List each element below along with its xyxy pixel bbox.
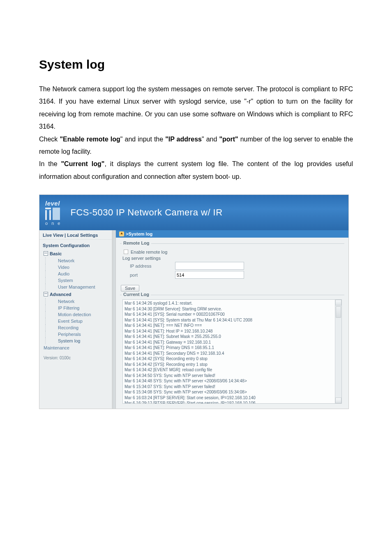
paragraph-1: The Network camera support log the syste… [39, 83, 353, 133]
embedded-screenshot: level o n e FCS-5030 IP Network Camera w… [39, 194, 349, 409]
body-text: The Network camera support log the syste… [39, 83, 353, 183]
app-header: level o n e FCS-5030 IP Network Camera w… [39, 195, 348, 230]
scroll-thumb[interactable] [336, 306, 341, 318]
sidebar: Live View | Local Settings System Config… [39, 230, 113, 409]
sidebar-item-system-log[interactable]: System log [45, 338, 112, 344]
sidebar-item-video[interactable]: Video [45, 264, 112, 271]
log-scrollbar[interactable] [335, 300, 341, 403]
scroll-down-icon[interactable] [335, 398, 341, 403]
enable-remote-checkbox[interactable] [124, 250, 129, 254]
sidebar-item-recording[interactable]: Recording [45, 324, 112, 331]
breadcrumb-text: >System log [126, 231, 152, 236]
page-title: System log [39, 58, 353, 72]
sidebar-item-event-setup[interactable]: Event Setup [45, 318, 112, 324]
content-area: >System log Remote Log Enable remote log… [116, 230, 348, 409]
sidebar-item-ip-filtering[interactable]: IP Filtering [45, 305, 112, 311]
sidebar-item-maintenance[interactable]: Maintenance [39, 344, 112, 352]
brand-logo: level o n e [45, 200, 61, 226]
live-view-link[interactable]: Live View | Local Settings [39, 230, 112, 240]
collapse-icon[interactable] [44, 292, 48, 296]
splitter-handle[interactable] [113, 230, 116, 409]
remote-log-fieldset: Remote Log Enable remote log Log server … [120, 243, 344, 282]
sidebar-item-system[interactable]: System [45, 277, 112, 284]
sidebar-item-adv-network[interactable]: Network [45, 298, 112, 305]
save-button[interactable]: Save [121, 285, 139, 291]
app-title: FCS-5030 IP Network Camera w/ IR [70, 207, 222, 218]
brand-icon [45, 208, 60, 220]
up-icon[interactable] [119, 231, 124, 236]
scroll-up-icon[interactable] [335, 300, 341, 305]
ip-address-input[interactable] [175, 262, 244, 270]
breadcrumb: >System log [116, 230, 348, 238]
current-log-legend: Current Log [122, 292, 151, 297]
sidebar-item-audio[interactable]: Audio [45, 271, 112, 277]
brand-bottom: o n e [45, 221, 61, 226]
sidebar-item-user-mgmt[interactable]: User Management [45, 284, 112, 290]
sidebar-item-motion[interactable]: Motion detection [45, 311, 112, 318]
log-server-settings-label: Log server settings [122, 256, 161, 261]
sidebar-group-advanced[interactable]: Advanced [39, 290, 112, 298]
current-log-fieldset: Current Log Mar 6 14:34:26 syslogd 1.4.1… [120, 295, 344, 406]
ip-address-label: IP address [122, 264, 175, 268]
paragraph-2: Check "Enable remote log" and input the … [39, 133, 353, 158]
port-input[interactable] [175, 271, 244, 279]
sidebar-group-basic[interactable]: Basic [39, 250, 112, 257]
collapse-icon[interactable] [44, 251, 48, 256]
enable-remote-label: Enable remote log [131, 250, 167, 254]
brand-top: level [45, 200, 60, 207]
sidebar-section-config: System Configuration [39, 240, 112, 250]
sidebar-item-network[interactable]: Network [45, 257, 112, 264]
sidebar-item-peripherals[interactable]: Peripherals [45, 331, 112, 338]
log-text: Mar 6 14:34:26 syslogd 1.4.1: restart. M… [125, 301, 334, 404]
remote-log-legend: Remote Log [122, 240, 151, 245]
current-log-textarea[interactable]: Mar 6 14:34:26 syslogd 1.4.1: restart. M… [122, 299, 342, 404]
paragraph-3: In the "Current log", it displays the cu… [39, 158, 353, 183]
version-label: Version: 0100c [39, 352, 112, 361]
port-label: port [122, 273, 175, 278]
